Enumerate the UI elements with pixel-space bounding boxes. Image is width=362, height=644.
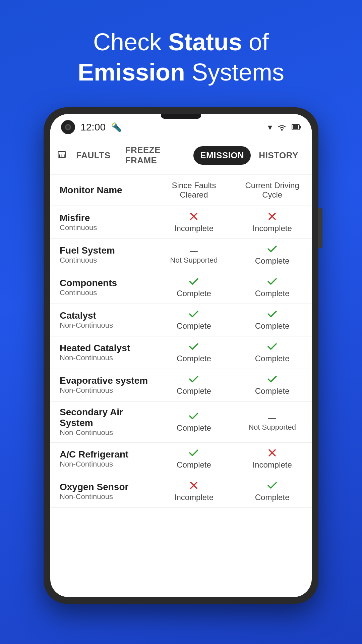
since-faults-cell: Complete bbox=[155, 369, 233, 401]
svg-point-0 bbox=[281, 129, 283, 131]
status-text: Complete bbox=[255, 289, 290, 298]
tab-history[interactable]: History bbox=[252, 146, 305, 165]
status-icon bbox=[267, 342, 277, 353]
table-row: CatalystNon-ContinuousCompleteComplete bbox=[50, 304, 312, 336]
status-cell: Complete bbox=[161, 374, 228, 396]
side-button bbox=[318, 208, 322, 248]
current-driving-cell: Complete bbox=[233, 475, 312, 508]
status-icon bbox=[189, 374, 199, 385]
table-row: A/C RefrigerantNon-ContinuousCompleteInc… bbox=[50, 443, 312, 475]
col-monitor-name: Monitor Name bbox=[50, 175, 155, 206]
status-text: Incomplete bbox=[174, 493, 214, 502]
nav-tabs: Faults Freeze Frame Emission History bbox=[50, 138, 312, 175]
status-text: Complete bbox=[255, 256, 290, 266]
status-cell: Complete bbox=[238, 244, 306, 266]
status-right: ▾ bbox=[268, 122, 301, 132]
status-text: Complete bbox=[177, 289, 211, 298]
status-text: Complete bbox=[177, 354, 211, 363]
since-faults-cell: Incomplete bbox=[155, 475, 233, 508]
status-icon bbox=[267, 481, 277, 491]
monitor-name: Evaporative system bbox=[60, 375, 150, 386]
table-header-row: Monitor Name Since Faults Cleared Curren… bbox=[50, 175, 312, 206]
monitor-name-cell: Heated CatalystNon-Continuous bbox=[50, 336, 155, 369]
status-text: Not Supported bbox=[248, 423, 296, 432]
camera-icon bbox=[61, 120, 75, 134]
table-row: Heated CatalystNon-ContinuousCompleteCom… bbox=[50, 336, 312, 369]
hero-heading: Check Status of Emission Systems bbox=[58, 0, 304, 107]
status-icon bbox=[189, 481, 198, 491]
current-driving-cell: Incomplete bbox=[233, 443, 312, 475]
status-icon bbox=[189, 309, 199, 320]
since-faults-cell: Incomplete bbox=[155, 206, 233, 239]
monitor-name-cell: CatalystNon-Continuous bbox=[50, 304, 155, 336]
status-text: Complete bbox=[255, 321, 290, 331]
monitor-type: Non-Continuous bbox=[60, 428, 150, 437]
status-left: 12:00 🔦 bbox=[61, 120, 122, 134]
status-icon bbox=[189, 245, 198, 255]
since-faults-cell: Complete bbox=[155, 401, 233, 443]
status-icon bbox=[267, 374, 277, 385]
since-faults-cell: Complete bbox=[155, 336, 233, 369]
monitor-name: Components bbox=[60, 278, 150, 288]
current-driving-cell: Complete bbox=[233, 369, 312, 401]
table-row: Evaporative systemNon-ContinuousComplete… bbox=[50, 369, 312, 401]
status-icon bbox=[189, 411, 199, 422]
status-cell: Incomplete bbox=[238, 212, 306, 233]
status-time: 12:00 bbox=[80, 121, 106, 133]
col-current-driving: Current Driving Cycle bbox=[233, 175, 312, 206]
obd-icon bbox=[57, 150, 67, 161]
status-text: Complete bbox=[177, 423, 211, 433]
table-row: Secondary Air SystemNon-ContinuousComple… bbox=[50, 401, 312, 443]
status-icon bbox=[267, 244, 277, 255]
tab-freeze-frame[interactable]: Freeze Frame bbox=[119, 141, 192, 170]
status-text: Incomplete bbox=[252, 460, 292, 470]
hero-line2: Emission Systems bbox=[78, 59, 284, 86]
emission-table-container[interactable]: Monitor Name Since Faults Cleared Curren… bbox=[50, 175, 312, 597]
current-driving-cell: Complete bbox=[233, 271, 312, 304]
since-faults-cell: Complete bbox=[155, 271, 233, 304]
monitor-name: Oxygen Sensor bbox=[60, 482, 150, 492]
hero-bold-emission: Emission bbox=[78, 59, 185, 86]
status-cell: Not Supported bbox=[161, 245, 228, 265]
status-text: Complete bbox=[255, 493, 290, 502]
monitor-type: Non-Continuous bbox=[60, 321, 150, 330]
status-text: Not Supported bbox=[170, 256, 218, 265]
battery-icon bbox=[292, 123, 301, 131]
status-text: Complete bbox=[177, 321, 211, 331]
wifi-signal-icon bbox=[277, 123, 287, 131]
status-text: Incomplete bbox=[174, 224, 214, 233]
status-cell: Complete bbox=[238, 277, 306, 298]
monitor-type: Non-Continuous bbox=[60, 492, 150, 501]
status-icon bbox=[267, 309, 277, 320]
monitor-name: Catalyst bbox=[60, 310, 150, 321]
monitor-name-cell: Evaporative systemNon-Continuous bbox=[50, 369, 155, 401]
status-icon bbox=[189, 342, 199, 353]
status-cell: Complete bbox=[238, 374, 306, 396]
status-cell: Complete bbox=[161, 448, 228, 470]
status-icon bbox=[189, 277, 199, 287]
table-row: ComponentsContinuousCompleteComplete bbox=[50, 271, 312, 304]
monitor-name-cell: Secondary Air SystemNon-Continuous bbox=[50, 401, 155, 443]
wifi-icon: ▾ bbox=[268, 122, 272, 132]
tab-emission[interactable]: Emission bbox=[193, 146, 251, 165]
monitor-name-cell: Oxygen SensorNon-Continuous bbox=[50, 475, 155, 508]
status-cell: Complete bbox=[238, 481, 306, 502]
status-text: Incomplete bbox=[252, 224, 292, 233]
status-icon bbox=[268, 448, 277, 459]
current-driving-cell: Complete bbox=[233, 304, 312, 336]
svg-rect-12 bbox=[190, 251, 198, 252]
status-icon bbox=[268, 212, 277, 222]
current-driving-cell: Not Supported bbox=[233, 401, 312, 443]
svg-rect-3 bbox=[293, 125, 298, 129]
monitor-name: A/C Refrigerant bbox=[60, 449, 150, 460]
monitor-type: Non-Continuous bbox=[60, 460, 150, 469]
status-cell: Incomplete bbox=[161, 481, 228, 502]
current-driving-cell: Complete bbox=[233, 336, 312, 369]
tab-faults[interactable]: Faults bbox=[69, 146, 117, 165]
phone-screen: 12:00 🔦 ▾ bbox=[50, 114, 312, 597]
table-row: Oxygen SensorNon-ContinuousIncompleteCom… bbox=[50, 475, 312, 508]
status-icon bbox=[189, 448, 199, 459]
monitor-name-cell: MisfireContinuous bbox=[50, 206, 155, 239]
monitor-name-cell: A/C RefrigerantNon-Continuous bbox=[50, 443, 155, 475]
status-cell: Complete bbox=[161, 411, 228, 433]
